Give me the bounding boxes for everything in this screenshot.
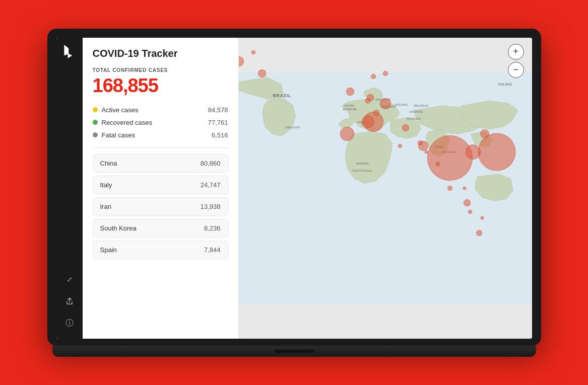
map-bubble-germany (380, 98, 391, 109)
country-count-italy: 24,747 (201, 181, 221, 189)
laptop-container: ⤢ ⓘ COVID-19 Tracker TOTAL CONFIRMED CAS… (47, 29, 541, 357)
svg-text:UKRAINE: UKRAINE (409, 109, 422, 113)
map-bubble-thailand (463, 186, 466, 190)
svg-text:KINGDOM: KINGDOM (343, 108, 356, 111)
map-bubble-australia (476, 230, 482, 236)
svg-text:NIGERIA: NIGERIA (356, 162, 369, 165)
map-bubble-belgium (365, 98, 370, 104)
active-label: Active cases (102, 106, 139, 114)
map-bubble-bahrain (424, 150, 428, 153)
country-name-china: China (100, 160, 117, 167)
map-bubble-india (447, 186, 452, 191)
zoom-out-button[interactable]: − (508, 62, 524, 78)
svg-text:BELARUS: BELARUS (414, 103, 428, 107)
svg-text:UNITED: UNITED (344, 104, 354, 107)
fatal-dot (93, 132, 98, 137)
svg-text:URUGUAY: URUGUAY (285, 125, 300, 128)
map-bubble-switzerland (373, 110, 379, 116)
svg-text:BRAZIL: BRAZIL (273, 93, 291, 98)
map-bubble-pakistan (436, 162, 440, 166)
info-icon[interactable]: ⓘ (61, 316, 78, 332)
fatal-cases-row: Fatal cases 6,516 (93, 129, 228, 141)
recovered-cases-left: Recovered cases (93, 119, 152, 126)
country-row-china[interactable]: China 80,860 (93, 154, 228, 173)
stats-section: Active cases 84,578 Recovered cases 77,7… (93, 104, 228, 141)
laptop-screen-frame: ⤢ ⓘ COVID-19 Tracker TOTAL CONFIRMED CAS… (47, 29, 541, 346)
map-bubble-malaysia (464, 199, 471, 206)
laptop-notch (274, 350, 314, 353)
active-cases-left: Active cases (93, 106, 139, 114)
map-bubble-sweden (383, 71, 388, 76)
country-count-iran: 13,938 (201, 203, 221, 210)
map-bubble-turkey (402, 124, 409, 131)
nav-sidebar: ⤢ ⓘ (56, 38, 83, 339)
map-bubble-japan (480, 129, 489, 138)
screen: ⤢ ⓘ COVID-19 Tracker TOTAL CONFIRMED CAS… (56, 38, 532, 339)
svg-text:FINLAND: FINLAND (498, 83, 512, 86)
fatal-value: 6,516 (212, 131, 228, 139)
bing-logo-icon (61, 45, 78, 61)
active-dot (93, 107, 98, 112)
country-name-skorea: South Korea (100, 224, 137, 232)
country-row-skorea[interactable]: South Korea 8,236 (93, 219, 228, 238)
map-bubble-spain (340, 127, 354, 141)
svg-text:POLAND: POLAND (395, 102, 408, 106)
nav-bottom: ⤢ ⓘ (61, 269, 78, 332)
country-name-iran: Iran (100, 203, 111, 210)
country-name-spain: Spain (100, 246, 117, 254)
divider (93, 147, 228, 148)
map-bubble-singapore (468, 210, 472, 214)
map-bubble-norway (371, 74, 376, 79)
map-bubble-indonesia (480, 216, 484, 220)
country-row-iran[interactable]: Iran 13,938 (93, 197, 228, 216)
fatal-label: Fatal cases (102, 131, 135, 139)
total-number: 168,855 (93, 75, 228, 97)
world-map-svg: BRAZIL FINLAND UNITED KINGDOM DENMARK BE… (239, 38, 532, 339)
map-area[interactable]: BRAZIL FINLAND UNITED KINGDOM DENMARK BE… (239, 38, 532, 339)
zoom-in-button[interactable]: + (508, 44, 524, 60)
country-row-spain[interactable]: Spain 7,844 (93, 241, 228, 259)
country-count-skorea: 8,236 (204, 224, 221, 232)
country-name-italy: Italy (100, 181, 112, 189)
active-cases-row: Active cases 84,578 (93, 104, 228, 116)
map-bubble-egypt (398, 144, 402, 148)
recovered-value: 77,761 (208, 119, 228, 126)
map-bubble-s_korea (466, 144, 481, 160)
country-row-italy[interactable]: Italy 24,747 (93, 176, 228, 194)
zoom-controls: + − (508, 44, 524, 78)
svg-text:Gulf of Guinea: Gulf of Guinea (352, 169, 372, 172)
country-count-spain: 7,844 (204, 246, 221, 254)
recovered-cases-row: Recovered cases 77,761 (93, 116, 228, 129)
recovered-label: Recovered cases (102, 119, 152, 126)
recovered-dot (93, 120, 98, 125)
total-label: TOTAL CONFIRMED CASES (93, 67, 228, 73)
active-value: 84,578 (208, 106, 228, 114)
map-bubble-china_large (427, 135, 473, 181)
info-panel: COVID-19 Tracker TOTAL CONFIRMED CASES 1… (83, 38, 239, 339)
country-count-china: 80,860 (201, 160, 221, 167)
map-bubble-iran_large (478, 133, 515, 171)
map-bubble-uk (346, 88, 354, 96)
map-bubble-brazil_b (258, 69, 266, 78)
fatal-cases-left: Fatal cases (93, 131, 135, 139)
svg-text:ROMANIA: ROMANIA (407, 116, 421, 120)
expand-icon[interactable]: ⤢ (61, 271, 78, 287)
country-list: China 80,860 Italy 24,747 Iran 13,938 So… (93, 154, 228, 259)
laptop-base (52, 346, 536, 357)
share-icon[interactable] (61, 293, 78, 310)
map-bubble-canada (251, 50, 255, 54)
map-bubble-iraq (418, 140, 423, 145)
map-bubble-france (361, 115, 374, 128)
app-title: COVID-19 Tracker (93, 48, 228, 59)
